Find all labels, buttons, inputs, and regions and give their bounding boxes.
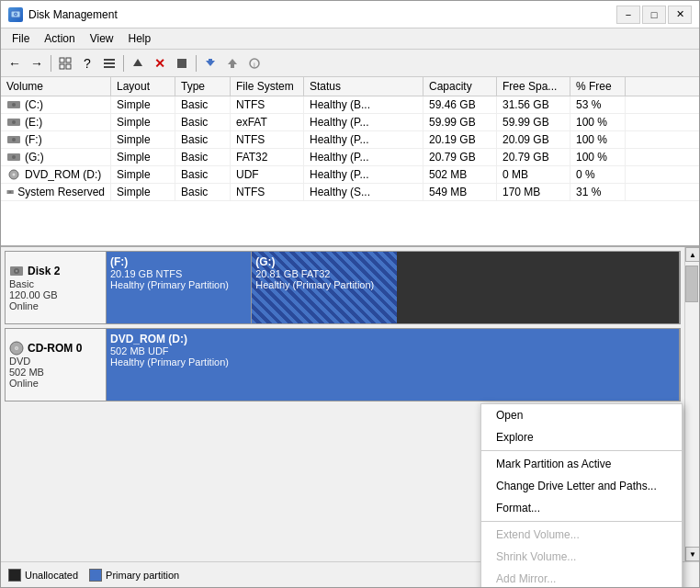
up-button[interactable] — [128, 53, 148, 74]
ctx-open[interactable]: Open — [481, 404, 682, 426]
close-button[interactable]: ✕ — [668, 6, 692, 24]
help-toolbar-button[interactable]: ? — [77, 53, 97, 74]
partition-f-status: Healthy (Primary Partition) — [110, 279, 247, 290]
legend-primary-label: Primary partition — [106, 570, 179, 581]
legend-unallocated-label: Unallocated — [25, 570, 78, 581]
svg-rect-4 — [66, 58, 71, 62]
scroll-track — [685, 262, 699, 547]
svg-point-35 — [16, 347, 17, 349]
partition-g-status: Healthy (Primary Partition) — [255, 279, 392, 290]
partition-g-name: (G:) — [255, 255, 392, 268]
col-header-layout[interactable]: Layout — [111, 77, 175, 96]
export-button[interactable] — [222, 53, 243, 74]
col-header-pctfree[interactable]: % Free — [570, 77, 626, 96]
toolbar-separator-1 — [51, 55, 51, 72]
td-capacity: 20.79 GB — [423, 149, 497, 165]
svg-point-32 — [16, 270, 17, 272]
col-header-fs[interactable]: File System — [231, 77, 304, 96]
cdrom-icon — [9, 341, 24, 356]
scrollbar: ▲ ▼ — [684, 247, 699, 561]
ctx-format[interactable]: Format... — [481, 497, 682, 519]
legend-unallocated-box — [8, 569, 21, 582]
svg-rect-7 — [104, 59, 115, 61]
ctx-explore[interactable]: Explore — [481, 426, 682, 448]
td-capacity: 502 MB — [423, 166, 497, 183]
td-volume: DVD_ROM (D:) — [1, 166, 111, 183]
forward-button[interactable]: → — [27, 53, 47, 74]
scroll-down-button[interactable]: ▼ — [685, 547, 699, 561]
td-layout: Simple — [111, 149, 175, 165]
td-freespace: 20.09 GB — [497, 131, 570, 148]
partition-dvd[interactable]: DVD_ROM (D:) 502 MB UDF Healthy (Primary… — [107, 329, 680, 401]
cdrom-0-type: DVD — [9, 356, 102, 367]
td-status: Healthy (B... — [304, 96, 423, 113]
table-row[interactable]: (F:) Simple Basic NTFS Healthy (P... 20.… — [1, 131, 699, 149]
td-freespace: 170 MB — [497, 184, 570, 200]
svg-rect-9 — [104, 66, 115, 68]
ctx-mark-active[interactable]: Mark Partition as Active — [481, 453, 682, 475]
table-row[interactable]: DVD_ROM (D:) Simple Basic UDF Healthy (P… — [1, 166, 699, 184]
col-header-capacity[interactable]: Capacity — [423, 77, 497, 96]
td-type: Basic — [175, 184, 231, 200]
import-button[interactable] — [200, 53, 220, 74]
td-layout: Simple — [111, 131, 175, 148]
td-pctfree: 0 % — [570, 166, 626, 183]
menu-help[interactable]: Help — [121, 30, 159, 47]
svg-point-19 — [12, 103, 16, 107]
disk-2-size: 120.00 GB — [9, 289, 102, 300]
legend-primary-box — [89, 569, 102, 582]
ctx-change-drive[interactable]: Change Drive Letter and Paths... — [481, 475, 682, 497]
td-type: Basic — [175, 149, 231, 165]
scroll-thumb[interactable] — [685, 266, 698, 302]
partition-f-name: (F:) — [110, 255, 247, 268]
back-button[interactable]: ← — [5, 53, 25, 74]
view-button[interactable] — [55, 53, 75, 74]
context-menu-separator — [481, 521, 682, 522]
context-menu-separator — [481, 450, 682, 451]
svg-rect-3 — [60, 58, 64, 62]
table-row[interactable]: (C:) Simple Basic NTFS Healthy (B... 59.… — [1, 96, 699, 114]
td-fs: exFAT — [231, 114, 304, 130]
td-layout: Simple — [111, 166, 175, 183]
minimize-button[interactable]: − — [616, 6, 640, 24]
title-bar-left: Disk Management — [8, 7, 118, 22]
table-body: (C:) Simple Basic NTFS Healthy (B... 59.… — [1, 96, 699, 201]
td-type: Basic — [175, 96, 231, 113]
info-button[interactable]: i — [244, 53, 265, 74]
table-row[interactable]: (G:) Simple Basic FAT32 Healthy (P... 20… — [1, 149, 699, 166]
col-header-volume[interactable]: Volume — [1, 77, 111, 96]
menu-file[interactable]: File — [5, 30, 37, 47]
stop-button[interactable] — [172, 53, 192, 74]
maximize-button[interactable]: □ — [642, 6, 666, 24]
partition-g[interactable]: (G:) 20.81 GB FAT32 Healthy (Primary Par… — [252, 252, 397, 323]
td-capacity: 549 MB — [423, 184, 497, 200]
td-volume: (E:) — [1, 114, 111, 130]
table-row[interactable]: (E:) Simple Basic exFAT Healthy (P... 59… — [1, 114, 699, 131]
td-volume: (F:) — [1, 131, 111, 148]
col-header-status[interactable]: Status — [304, 77, 423, 96]
title-bar: Disk Management − □ ✕ — [1, 1, 699, 28]
td-freespace: 59.99 GB — [497, 114, 570, 130]
partition-f-size: 20.19 GB NTFS — [110, 268, 247, 279]
col-header-freespace[interactable]: Free Spa... — [497, 77, 570, 96]
scroll-up-button[interactable]: ▲ — [685, 247, 699, 262]
menu-action[interactable]: Action — [37, 30, 82, 47]
table-row[interactable]: System Reserved Simple Basic NTFS Health… — [1, 184, 699, 201]
partition-f[interactable]: (F:) 20.19 GB NTFS Healthy (Primary Part… — [107, 252, 252, 323]
delete-toolbar-button[interactable]: ✕ — [150, 53, 170, 74]
td-freespace: 20.79 GB — [497, 149, 570, 165]
menu-view[interactable]: View — [83, 30, 121, 47]
td-type: Basic — [175, 131, 231, 148]
disk-2-label: Disk 2 Basic 120.00 GB Online — [6, 252, 107, 323]
col-header-type[interactable]: Type — [175, 77, 231, 96]
td-pctfree: 100 % — [570, 114, 626, 130]
td-pctfree: 53 % — [570, 96, 626, 113]
list-button[interactable] — [99, 53, 119, 74]
partition-unallocated[interactable] — [398, 252, 681, 323]
td-fs: NTFS — [231, 184, 304, 200]
table-header: Volume Layout Type File System Status Ca… — [1, 77, 699, 96]
dvd-partition-status: Healthy (Primary Partition) — [110, 356, 675, 368]
td-type: Basic — [175, 114, 231, 130]
cdrom-0-row: CD-ROM 0 DVD 502 MB Online DVD_ROM (D:) … — [5, 328, 681, 401]
td-fs: UDF — [231, 166, 304, 183]
